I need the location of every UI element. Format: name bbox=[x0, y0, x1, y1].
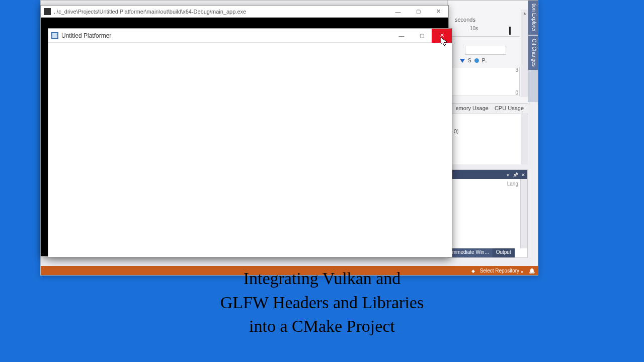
triangle-down-icon bbox=[460, 59, 465, 63]
console-app-icon bbox=[44, 8, 51, 15]
caption-line-3: into a CMake Project bbox=[161, 314, 483, 338]
app-close-button[interactable] bbox=[432, 29, 452, 43]
glfw-app-window: Untitled Platformer bbox=[48, 28, 452, 257]
diag-body-scrollbar[interactable] bbox=[521, 114, 528, 164]
panel-close-icon[interactable] bbox=[521, 172, 525, 177]
app-window-controls bbox=[391, 29, 452, 43]
notifications-bell-icon[interactable] bbox=[529, 268, 535, 274]
console-minimize-button[interactable] bbox=[388, 6, 408, 18]
legend-p-label: P.. bbox=[482, 58, 488, 63]
chevron-up-icon bbox=[519, 268, 524, 274]
scroll-up-icon[interactable]: ▲ bbox=[521, 10, 528, 17]
memory-usage-tab[interactable]: emory Usage bbox=[456, 105, 489, 112]
output-lang-label: Lang bbox=[507, 181, 518, 187]
diag-tabstrip: emory Usage CPU Usage bbox=[448, 103, 528, 114]
select-repository-button[interactable]: Select Repository bbox=[480, 268, 524, 274]
chart-y-3: 3 bbox=[515, 67, 518, 73]
app-titlebar[interactable]: Untitled Platformer bbox=[48, 29, 452, 43]
diag-count-label: 0) bbox=[454, 128, 459, 134]
git-changes-tab[interactable]: Git Changes bbox=[528, 36, 538, 70]
app-window-icon bbox=[51, 32, 58, 39]
diagnostic-tools-panel: ▲ seconds 10s S P.. 3 0 emory Usage CPU … bbox=[447, 1, 528, 164]
console-maximize-button[interactable] bbox=[408, 6, 428, 18]
pin-icon[interactable] bbox=[513, 172, 518, 177]
diag-legend: S P.. bbox=[460, 58, 488, 63]
panel-menu-icon[interactable] bbox=[506, 172, 510, 177]
console-window-controls bbox=[388, 6, 448, 18]
caption-line-2: GLFW Headers and Libraries bbox=[161, 291, 483, 315]
timeline-marker bbox=[509, 27, 511, 35]
output-panel-titlebar bbox=[448, 170, 527, 179]
chart-y-0: 0 bbox=[515, 90, 518, 96]
app-maximize-button[interactable] bbox=[412, 29, 432, 43]
app-window-title: Untitled Platformer bbox=[61, 32, 391, 39]
diag-events-body: 0) bbox=[448, 114, 528, 164]
immediate-window-tab[interactable]: Immediate Win… bbox=[448, 248, 493, 257]
cpu-usage-tab[interactable]: CPU Usage bbox=[495, 105, 524, 112]
solution-explorer-tab[interactable]: tion Explorer bbox=[528, 1, 538, 35]
video-caption-overlay: Integrating Vulkan and GLFW Headers and … bbox=[161, 266, 483, 338]
console-close-button[interactable] bbox=[428, 6, 448, 18]
output-tab[interactable]: Output bbox=[493, 248, 515, 257]
diag-filter-input[interactable] bbox=[465, 46, 506, 55]
diag-seconds-label: seconds bbox=[455, 17, 475, 23]
console-title-path: ..\c_drive\Projects\Untitled Platformer\… bbox=[54, 9, 388, 15]
legend-s-label: S bbox=[468, 58, 471, 63]
vs-collapsed-side-tabs: tion Explorer Git Changes bbox=[528, 1, 538, 102]
caption-line-1: Integrating Vulkan and bbox=[161, 266, 483, 291]
diag-scrollbar[interactable]: ▲ bbox=[521, 10, 528, 97]
dot-icon bbox=[474, 58, 479, 63]
output-panel: Lang Immediate Win… Output bbox=[447, 169, 528, 258]
output-scrollbar[interactable] bbox=[520, 179, 527, 248]
output-tabstrip: Immediate Win… Output bbox=[448, 248, 527, 257]
console-titlebar[interactable]: ..\c_drive\Projects\Untitled Platformer\… bbox=[41, 6, 448, 18]
app-minimize-button[interactable] bbox=[391, 29, 412, 43]
diag-mini-chart: 3 0 bbox=[450, 67, 520, 96]
timeline-tick-10s: 10s bbox=[470, 26, 478, 31]
